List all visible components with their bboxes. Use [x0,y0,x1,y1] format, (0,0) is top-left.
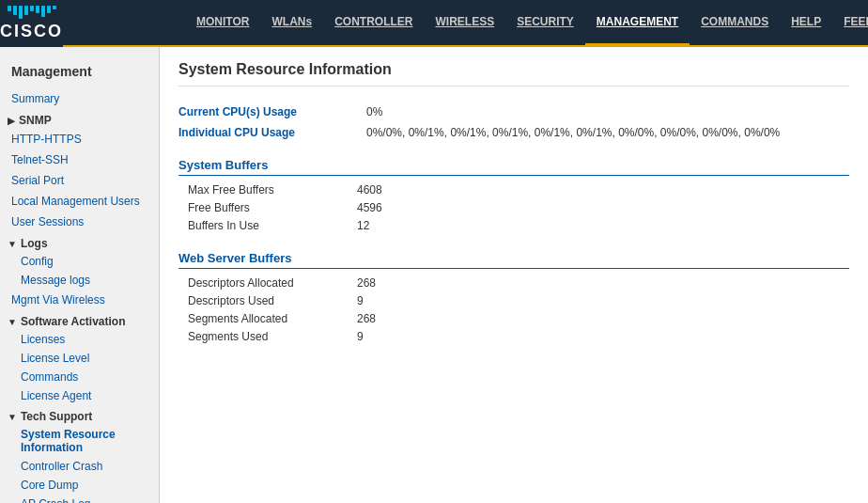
logs-arrow-icon: ▼ [8,239,17,249]
nav-management[interactable]: MANAGEMENT [585,0,690,46]
nav-wlans[interactable]: WLANs [260,0,323,46]
tech-support-arrow-icon: ▼ [8,412,17,422]
cisco-waves [8,6,56,19]
individual-cpu-value: 0%/0%, 0%/1%, 0%/1%, 0%/1%, 0%/1%, 0%/1%… [366,126,780,139]
sidebar-section-tech-support[interactable]: ▼ Tech Support [0,405,159,425]
system-buffers-header: System Buffers [178,158,849,176]
sidebar-item-config[interactable]: Config [0,252,159,271]
buffer-value: 9 [357,294,364,307]
sidebar-item-message-logs[interactable]: Message logs [0,271,159,290]
sidebar-item-telnet-ssh[interactable]: Telnet-SSH [0,149,159,170]
nav-controller[interactable]: CONTROLLER [323,0,424,46]
sidebar-item-license-agent[interactable]: License Agent [0,386,159,405]
nav-feedback[interactable]: FEEDBACK [832,0,868,46]
sidebar-section-software-activation[interactable]: ▼ Software Activation [0,310,159,330]
buffer-value: 12 [357,219,369,232]
sidebar-item-local-mgmt-users[interactable]: Local Management Users [0,191,159,212]
nav-security[interactable]: SECURITY [505,0,585,46]
software-activation-arrow-icon: ▼ [8,317,17,327]
buffer-label: Descriptors Allocated [188,276,357,290]
current-cpu-value: 0% [366,105,382,118]
sidebar-section-logs[interactable]: ▼ Logs [0,232,159,252]
web-server-buffers-header: Web Server Buffers [178,251,849,269]
sidebar-item-ap-crash-log[interactable]: AP Crash Log [0,495,159,503]
system-buffers-section: System Buffers Max Free Buffers 4608 Fre… [178,158,849,232]
buffer-label: Buffers In Use [188,219,357,232]
buffer-value: 268 [357,276,376,290]
system-buffers-table: Max Free Buffers 4608 Free Buffers 4596 … [188,183,849,232]
table-row: Descriptors Used 9 [188,294,849,307]
sidebar-item-licenses[interactable]: Licenses [0,330,159,349]
buffer-label: Free Buffers [188,201,357,214]
buffer-label: Segments Allocated [188,312,357,325]
main-content: System Resource Information Current CPU(… [160,47,868,503]
sidebar-item-commands-sub[interactable]: Commands [0,368,159,386]
web-server-buffers-section: Web Server Buffers Descriptors Allocated… [178,251,849,343]
buffer-label: Segments Used [188,330,357,343]
table-row: Segments Used 9 [188,330,849,343]
table-row: Descriptors Allocated 268 [188,276,849,290]
current-cpu-label: Current CPU(s) Usage [178,105,366,118]
sidebar-item-core-dump[interactable]: Core Dump [0,476,159,495]
table-row: Max Free Buffers 4608 [188,183,849,196]
buffer-label: Descriptors Used [188,294,357,307]
individual-cpu-row: Individual CPU Usage 0%/0%, 0%/1%, 0%/1%… [178,126,849,139]
web-server-buffers-table: Descriptors Allocated 268 Descriptors Us… [188,276,849,343]
sidebar: Management Summary ▶ SNMP HTTP-HTTPS Tel… [0,47,160,503]
current-cpu-row: Current CPU(s) Usage 0% [178,105,849,118]
sidebar-item-http-https[interactable]: HTTP-HTTPS [0,129,159,149]
buffer-value: 268 [357,312,376,325]
cisco-logo-text: CISCO [0,22,63,41]
snmp-arrow-icon: ▶ [8,116,15,126]
buffer-value: 9 [357,330,364,343]
nav-monitor[interactable]: MONITOR [185,0,260,46]
nav-commands[interactable]: COMMANDS [690,0,780,46]
individual-cpu-label: Individual CPU Usage [178,126,366,139]
buffer-label: Max Free Buffers [188,183,357,196]
sidebar-item-license-level[interactable]: License Level [0,349,159,368]
nav-help[interactable]: HELP [780,0,832,46]
sidebar-item-mgmt-via-wireless[interactable]: Mgmt Via Wireless [0,290,159,310]
buffer-value: 4596 [357,201,382,214]
sidebar-section-snmp[interactable]: ▶ SNMP [0,109,159,129]
table-row: Free Buffers 4596 [188,201,849,214]
sidebar-item-serial-port[interactable]: Serial Port [0,170,159,191]
cisco-logo: CISCO [0,0,63,47]
nav-wireless[interactable]: WIRELESS [424,0,505,46]
sidebar-item-controller-crash[interactable]: Controller Crash [0,457,159,476]
cpu-section: Current CPU(s) Usage 0% Individual CPU U… [178,105,849,139]
table-row: Buffers In Use 12 [188,219,849,232]
table-row: Segments Allocated 268 [188,312,849,325]
sidebar-item-system-resource-info[interactable]: System Resource Information [0,425,159,457]
page-title: System Resource Information [178,61,849,86]
sidebar-item-summary[interactable]: Summary [0,88,159,109]
sidebar-item-user-sessions[interactable]: User Sessions [0,212,159,232]
sidebar-title: Management [0,56,159,88]
buffer-value: 4608 [357,183,382,196]
